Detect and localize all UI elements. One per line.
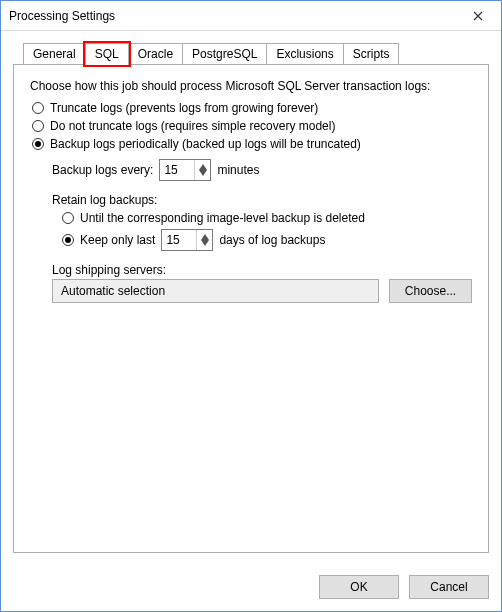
radio-icon <box>62 212 74 224</box>
retain-options: Until the corresponding image-level back… <box>60 211 472 251</box>
radio-icon <box>32 102 44 114</box>
dialog-body: General SQL Oracle PostgreSQL Exclusions… <box>1 31 501 565</box>
tab-scripts[interactable]: Scripts <box>343 43 400 64</box>
retain-until-deleted[interactable]: Until the corresponding image-level back… <box>62 211 472 225</box>
log-shipping-label: Log shipping servers: <box>52 263 472 277</box>
close-icon <box>473 11 483 21</box>
tab-oracle[interactable]: Oracle <box>128 43 183 64</box>
backup-every-input[interactable]: 15 <box>159 159 211 181</box>
retain-days-input[interactable]: 15 <box>161 229 213 251</box>
dialog-footer: OK Cancel <box>1 565 501 611</box>
tab-container: General SQL Oracle PostgreSQL Exclusions… <box>13 43 489 553</box>
dialog-window: Processing Settings General SQL Oracle P… <box>0 0 502 612</box>
log-shipping-value: Automatic selection <box>61 284 165 298</box>
log-shipping-value-box: Automatic selection <box>52 279 379 303</box>
radio-icon <box>62 234 74 246</box>
choose-button[interactable]: Choose... <box>389 279 472 303</box>
tab-strip: General SQL Oracle PostgreSQL Exclusions… <box>13 43 489 64</box>
option-no-truncate[interactable]: Do not truncate logs (requires simple re… <box>32 119 472 133</box>
close-button[interactable] <box>457 2 499 30</box>
chevron-down-icon <box>201 240 209 246</box>
backup-options-group: Backup logs every: 15 minutes Retain log… <box>52 159 472 303</box>
instructions-text: Choose how this job should process Micro… <box>30 79 472 93</box>
tab-general[interactable]: General <box>23 43 86 64</box>
option-truncate-label: Truncate logs (prevents logs from growin… <box>50 101 318 115</box>
retain-label: Retain log backups: <box>52 193 472 207</box>
spinner[interactable] <box>194 160 210 180</box>
option-backup-periodically[interactable]: Backup logs periodically (backed up logs… <box>32 137 472 151</box>
retain-keep-only[interactable]: Keep only last 15 days of log backups <box>62 229 472 251</box>
backup-every-value: 15 <box>160 163 194 177</box>
cancel-button[interactable]: Cancel <box>409 575 489 599</box>
option-truncate[interactable]: Truncate logs (prevents logs from growin… <box>32 101 472 115</box>
window-title: Processing Settings <box>9 9 115 23</box>
log-shipping-row: Automatic selection Choose... <box>52 279 472 303</box>
tab-panel-sql: Choose how this job should process Micro… <box>13 64 489 553</box>
option-no-truncate-label: Do not truncate logs (requires simple re… <box>50 119 335 133</box>
backup-every-unit: minutes <box>217 163 259 177</box>
retain-days-value: 15 <box>162 233 196 247</box>
tab-sql[interactable]: SQL <box>85 43 129 65</box>
radio-icon <box>32 120 44 132</box>
option-backup-label: Backup logs periodically (backed up logs… <box>50 137 361 151</box>
ok-button[interactable]: OK <box>319 575 399 599</box>
chevron-down-icon <box>199 170 207 176</box>
retain-keep-only-label: Keep only last <box>80 233 155 247</box>
radio-icon <box>32 138 44 150</box>
tab-postgresql[interactable]: PostgreSQL <box>182 43 267 64</box>
retain-keep-only-unit: days of log backups <box>219 233 325 247</box>
tab-exclusions[interactable]: Exclusions <box>266 43 343 64</box>
spinner[interactable] <box>196 230 212 250</box>
backup-interval-row: Backup logs every: 15 minutes <box>52 159 472 181</box>
backup-every-label: Backup logs every: <box>52 163 153 177</box>
titlebar: Processing Settings <box>1 1 501 31</box>
retain-until-deleted-label: Until the corresponding image-level back… <box>80 211 365 225</box>
